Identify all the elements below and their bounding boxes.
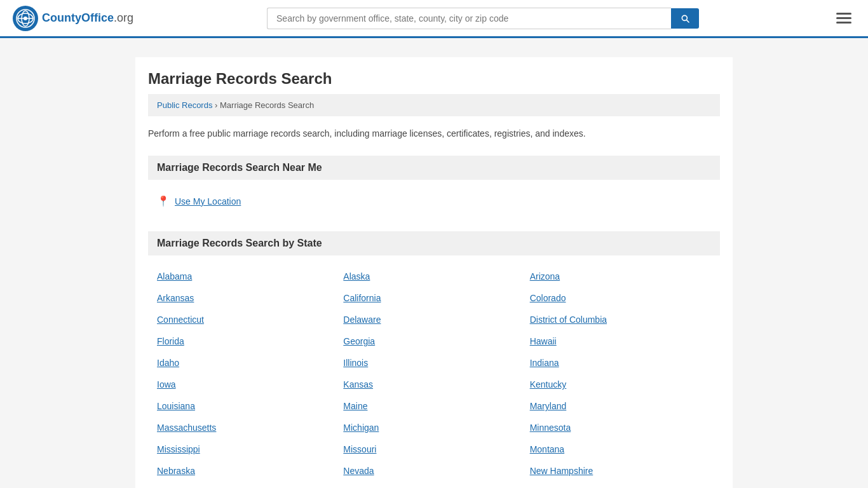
list-item: Nevada bbox=[341, 460, 527, 482]
state-link[interactable]: Connecticut bbox=[157, 315, 204, 325]
state-link[interactable]: Louisiana bbox=[157, 401, 195, 411]
list-item: Florida bbox=[154, 330, 341, 352]
state-link[interactable]: Hawaii bbox=[530, 336, 557, 346]
list-item: Indiana bbox=[527, 352, 714, 374]
list-item: District of Columbia bbox=[527, 309, 714, 330]
header: CountyOffice.org bbox=[0, 0, 868, 38]
search-input[interactable] bbox=[267, 8, 671, 29]
near-me-header: Marriage Records Search Near Me bbox=[148, 156, 720, 180]
list-item: Minnesota bbox=[527, 417, 714, 438]
state-section: Marriage Records Search by State Alabama… bbox=[148, 231, 720, 488]
list-item: Michigan bbox=[341, 417, 527, 438]
breadcrumb-home[interactable]: Public Records bbox=[157, 100, 212, 110]
states-grid: AlabamaAlaskaArizonaArkansasCaliforniaCo… bbox=[148, 266, 720, 488]
list-item: Maryland bbox=[527, 395, 714, 417]
state-link[interactable]: District of Columbia bbox=[530, 315, 607, 325]
list-item: Connecticut bbox=[154, 309, 341, 330]
state-link[interactable]: Arkansas bbox=[157, 293, 194, 303]
list-item: Arkansas bbox=[154, 287, 341, 309]
list-item: Nebraska bbox=[154, 460, 341, 482]
state-link[interactable]: Kentucky bbox=[530, 379, 567, 390]
state-link[interactable]: Montana bbox=[530, 444, 564, 454]
list-item: New Mexico bbox=[341, 482, 527, 488]
hamburger-line bbox=[836, 17, 851, 19]
location-section: Marriage Records Search Near Me 📍 Use My… bbox=[148, 156, 720, 212]
state-link[interactable]: Alaska bbox=[343, 271, 370, 281]
list-item: Kansas bbox=[341, 374, 527, 395]
list-item: Massachusetts bbox=[154, 417, 341, 438]
list-item: Hawaii bbox=[527, 330, 714, 352]
breadcrumb: Public Records › Marriage Records Search bbox=[148, 94, 720, 116]
logo-text: CountyOffice bbox=[42, 11, 114, 24]
list-item: Kentucky bbox=[527, 374, 714, 395]
logo-suffix: .org bbox=[114, 11, 133, 24]
svg-point-4 bbox=[24, 17, 27, 20]
state-link[interactable]: Missouri bbox=[343, 444, 376, 454]
list-item: California bbox=[341, 287, 527, 309]
list-item: Montana bbox=[527, 438, 714, 460]
state-link[interactable]: Kansas bbox=[343, 379, 373, 390]
state-link[interactable]: Mississippi bbox=[157, 444, 200, 454]
state-link[interactable]: Florida bbox=[157, 336, 184, 346]
list-item: Delaware bbox=[341, 309, 527, 330]
state-link[interactable]: Colorado bbox=[530, 293, 566, 303]
state-link[interactable]: California bbox=[343, 293, 381, 303]
state-link[interactable]: Indiana bbox=[530, 358, 559, 368]
state-link[interactable]: Iowa bbox=[157, 379, 176, 390]
list-item: Georgia bbox=[341, 330, 527, 352]
list-item: Maine bbox=[341, 395, 527, 417]
list-item: Iowa bbox=[154, 374, 341, 395]
list-item: New Jersey bbox=[154, 482, 341, 488]
state-link[interactable]: Michigan bbox=[343, 423, 379, 433]
list-item: Alabama bbox=[154, 266, 341, 287]
list-item: Mississippi bbox=[154, 438, 341, 460]
search-area bbox=[267, 8, 699, 29]
description: Perform a free public marriage records s… bbox=[148, 126, 720, 140]
location-icon: 📍 bbox=[157, 195, 170, 207]
state-link[interactable]: Idaho bbox=[157, 358, 179, 368]
use-location-link[interactable]: Use My Location bbox=[175, 196, 241, 207]
state-link[interactable]: Massachusetts bbox=[157, 423, 216, 433]
state-link[interactable]: Maine bbox=[343, 401, 367, 411]
logo-icon bbox=[13, 6, 38, 31]
list-item: Missouri bbox=[341, 438, 527, 460]
hamburger-line bbox=[836, 13, 851, 15]
list-item: Idaho bbox=[154, 352, 341, 374]
list-item: Arizona bbox=[527, 266, 714, 287]
breadcrumb-separator: › bbox=[215, 100, 220, 110]
main-content: Marriage Records Search Public Records ›… bbox=[135, 57, 733, 488]
list-item: Alaska bbox=[341, 266, 527, 287]
state-link[interactable]: Nevada bbox=[343, 466, 374, 476]
state-link[interactable]: New Hampshire bbox=[530, 466, 593, 476]
list-item: New York bbox=[527, 482, 714, 488]
list-item: New Hampshire bbox=[527, 460, 714, 482]
list-item: Illinois bbox=[341, 352, 527, 374]
state-link[interactable]: Minnesota bbox=[530, 423, 571, 433]
by-state-header: Marriage Records Search by State bbox=[148, 231, 720, 255]
search-button[interactable] bbox=[671, 8, 699, 29]
logo-name: CountyOffice.org bbox=[42, 11, 133, 25]
menu-button[interactable] bbox=[832, 9, 855, 27]
breadcrumb-current: Marriage Records Search bbox=[220, 100, 314, 110]
state-link[interactable]: Arizona bbox=[530, 271, 560, 281]
list-item: Colorado bbox=[527, 287, 714, 309]
logo: CountyOffice.org bbox=[13, 6, 133, 31]
list-item: Louisiana bbox=[154, 395, 341, 417]
hamburger-line bbox=[836, 22, 851, 24]
state-link[interactable]: Nebraska bbox=[157, 466, 195, 476]
state-link[interactable]: Delaware bbox=[343, 315, 381, 325]
page-title: Marriage Records Search bbox=[148, 57, 720, 94]
use-location-row: 📍 Use My Location bbox=[148, 190, 720, 212]
state-link[interactable]: Illinois bbox=[343, 358, 368, 368]
state-link[interactable]: Alabama bbox=[157, 271, 192, 281]
state-link[interactable]: Maryland bbox=[530, 401, 567, 411]
search-icon bbox=[680, 13, 690, 24]
state-link[interactable]: Georgia bbox=[343, 336, 375, 346]
